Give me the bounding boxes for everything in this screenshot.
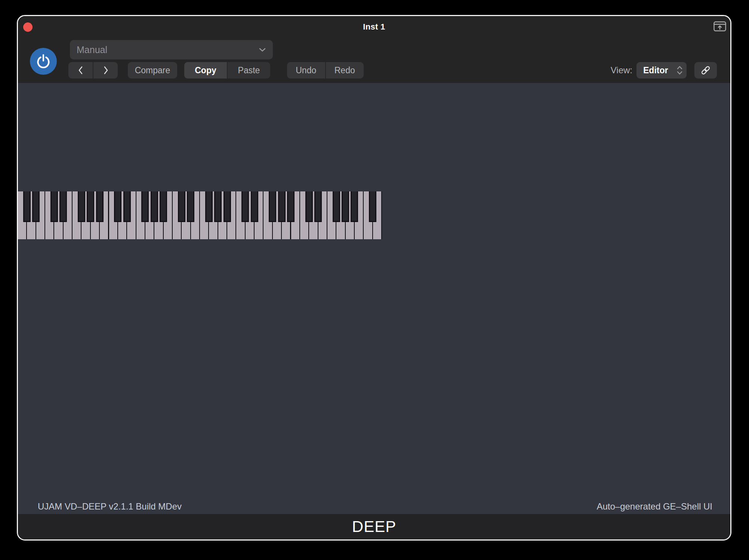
redo-button[interactable]: Redo [325,62,364,79]
chevron-right-icon [101,66,110,75]
plugin-window: Inst 1 Manual [17,15,731,541]
black-key[interactable] [205,191,213,222]
plugin-header: Inst 1 Manual [18,16,730,83]
move-to-window-button[interactable] [713,21,727,32]
black-key[interactable] [342,191,349,222]
black-key[interactable] [214,191,222,222]
up-down-chevrons-icon [676,65,683,76]
black-key[interactable] [314,191,322,222]
preset-nav-group [68,62,118,79]
black-key[interactable] [78,191,85,222]
window-up-arrow-icon [713,21,726,31]
compare-button[interactable]: Compare [128,62,177,79]
product-name-label: DEEP [352,518,396,536]
black-key[interactable] [269,191,276,222]
black-key[interactable] [187,191,194,222]
next-preset-button[interactable] [93,62,118,79]
preset-dropdown-value: Manual [77,44,107,55]
chevron-left-icon [76,66,85,75]
black-key[interactable] [123,191,131,222]
black-key[interactable] [241,191,249,222]
black-key[interactable] [224,191,231,222]
power-button[interactable] [30,48,57,75]
shell-ui-text: Auto–generated GE–Shell UI [597,501,712,512]
plugin-version-text: UJAM VD–DEEP v2.1.1 Build MDev [38,501,182,512]
copy-button[interactable]: Copy [184,62,227,79]
black-key[interactable] [351,191,358,222]
power-icon [34,52,52,70]
black-key[interactable] [278,191,286,222]
black-key[interactable] [59,191,67,222]
link-button[interactable] [694,62,717,79]
black-key[interactable] [287,191,295,222]
black-key[interactable] [160,191,167,222]
bottom-bar: DEEP [18,514,730,539]
black-key[interactable] [151,191,158,222]
view-mode-value: Editor [643,65,668,76]
window-title: Inst 1 [18,22,730,32]
view-mode-popup[interactable]: Editor [637,62,687,79]
black-key[interactable] [23,191,31,222]
black-key[interactable] [369,191,376,222]
piano-keyboard[interactable] [18,191,382,239]
black-key[interactable] [333,191,340,222]
view-label: View: [595,62,632,79]
black-key[interactable] [114,191,121,222]
previous-preset-button[interactable] [68,62,93,79]
preset-dropdown[interactable]: Manual [70,40,273,59]
copy-paste-group: Copy Paste [184,62,270,79]
editor-area: UJAM VD–DEEP v2.1.1 Build MDev Auto–gene… [18,83,730,514]
chevron-down-icon [259,47,266,52]
black-key[interactable] [87,191,94,222]
black-key[interactable] [251,191,258,222]
black-key[interactable] [141,191,149,222]
black-key[interactable] [32,191,40,222]
black-key[interactable] [96,191,104,222]
link-icon [700,65,711,76]
black-key[interactable] [178,191,185,222]
undo-button[interactable]: Undo [287,62,325,79]
plugin-info-row: UJAM VD–DEEP v2.1.1 Build MDev Auto–gene… [18,501,730,512]
black-key[interactable] [305,191,313,222]
black-key[interactable] [50,191,58,222]
paste-button[interactable]: Paste [227,62,270,79]
undo-redo-group: Undo Redo [287,62,364,79]
